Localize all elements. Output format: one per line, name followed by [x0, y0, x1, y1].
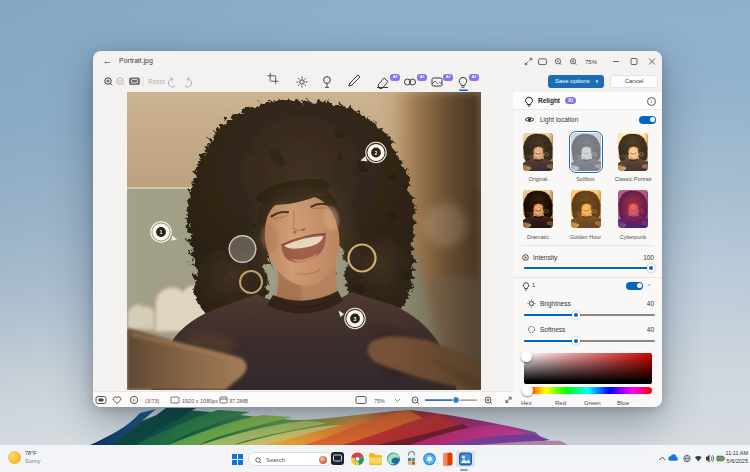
svg-text:Reset: Reset [148, 78, 165, 85]
svg-text:1920 x 1080px: 1920 x 1080px [182, 398, 218, 404]
svg-text:(3/73): (3/73) [145, 398, 160, 404]
svg-text:37.2MB: 37.2MB [229, 398, 248, 404]
svg-text:3: 3 [354, 316, 357, 322]
svg-text:75%: 75% [585, 59, 598, 65]
svg-text:75%: 75% [374, 398, 385, 404]
svg-text:2: 2 [375, 150, 378, 156]
svg-text:1: 1 [160, 229, 163, 235]
